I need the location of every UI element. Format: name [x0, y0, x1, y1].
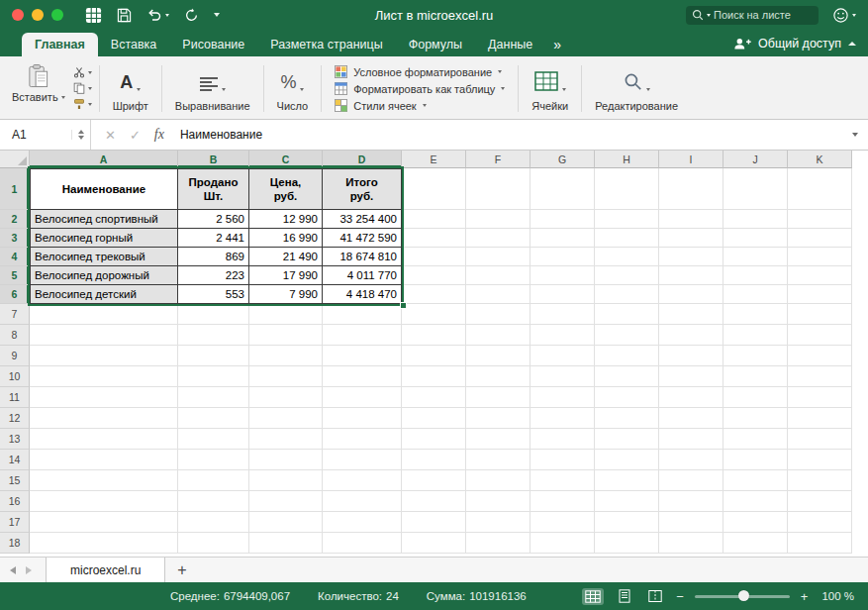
number-group-button[interactable]: % Число — [267, 60, 319, 117]
cell-D7[interactable] — [323, 304, 402, 325]
cell-I14[interactable] — [659, 450, 723, 470]
row-header-13[interactable]: 13 — [0, 429, 30, 450]
cell-D13[interactable] — [323, 429, 402, 450]
cell-E10[interactable] — [402, 366, 466, 387]
zoom-level[interactable]: 100 % — [821, 590, 854, 602]
cell-E13[interactable] — [402, 429, 466, 450]
cell-J3[interactable] — [723, 229, 788, 248]
cell-F5[interactable] — [466, 266, 530, 285]
add-sheet-button[interactable]: + — [165, 561, 198, 579]
cell-I4[interactable] — [659, 248, 723, 266]
cell-F10[interactable] — [466, 366, 530, 387]
font-group-button[interactable]: А Шрифт — [103, 60, 158, 117]
cell-I18[interactable] — [659, 533, 723, 554]
cell-G2[interactable] — [530, 210, 595, 229]
insert-function-button[interactable]: fx — [154, 127, 164, 143]
collapse-ribbon-chevron-icon[interactable] — [848, 42, 856, 46]
cell-J15[interactable] — [723, 470, 788, 491]
zoom-in-button[interactable]: + — [801, 590, 809, 603]
cell-C17[interactable] — [249, 512, 323, 533]
cell-G15[interactable] — [530, 470, 595, 491]
column-header-J[interactable]: J — [723, 151, 788, 168]
cell-K4[interactable] — [788, 248, 852, 266]
cell-F2[interactable] — [466, 210, 530, 229]
cell-E5[interactable] — [402, 266, 466, 285]
cell-C13[interactable] — [249, 429, 323, 450]
cell-K10[interactable] — [788, 366, 852, 387]
conditional-formatting-button[interactable]: Условное форматирование — [335, 65, 505, 78]
cell-A9[interactable] — [30, 346, 178, 366]
cell-G4[interactable] — [530, 248, 595, 266]
cell-D15[interactable] — [323, 470, 402, 491]
cell-I16[interactable] — [659, 491, 723, 512]
cell-E12[interactable] — [402, 408, 466, 429]
row-header-7[interactable]: 7 — [0, 304, 30, 325]
cell-K2[interactable] — [788, 210, 852, 229]
cell-A17[interactable] — [30, 512, 178, 533]
cell-B4[interactable]: 869 — [178, 248, 249, 266]
cell-H9[interactable] — [595, 346, 659, 366]
cell-C12[interactable] — [249, 408, 323, 429]
cell-B18[interactable] — [178, 533, 249, 554]
row-header-2[interactable]: 2 — [0, 210, 30, 229]
cell-J14[interactable] — [723, 450, 788, 470]
cell-A14[interactable] — [30, 450, 178, 470]
cell-B14[interactable] — [178, 450, 249, 470]
cell-B12[interactable] — [178, 408, 249, 429]
cell-G5[interactable] — [530, 266, 595, 285]
cell-B11[interactable] — [178, 387, 249, 408]
cell-I1[interactable] — [659, 168, 723, 210]
row-header-17[interactable]: 17 — [0, 512, 30, 533]
row-header-10[interactable]: 10 — [0, 366, 30, 387]
name-box-stepper[interactable] — [71, 130, 84, 140]
minimize-window-button[interactable] — [32, 9, 44, 21]
cell-I11[interactable] — [659, 387, 723, 408]
cell-K17[interactable] — [788, 512, 852, 533]
tab-draw[interactable]: Рисование — [169, 33, 257, 56]
cell-D3[interactable]: 41 472 590 — [323, 229, 402, 248]
cell-A10[interactable] — [30, 366, 178, 387]
cell-J7[interactable] — [723, 304, 788, 325]
cell-B8[interactable] — [178, 325, 249, 346]
cell-D11[interactable] — [323, 387, 402, 408]
cell-F7[interactable] — [466, 304, 530, 325]
tab-home[interactable]: Главная — [22, 33, 98, 56]
cell-G17[interactable] — [530, 512, 595, 533]
row-header-12[interactable]: 12 — [0, 408, 30, 429]
view-page-break-button[interactable] — [645, 587, 665, 605]
cell-H11[interactable] — [595, 387, 659, 408]
cell-C5[interactable]: 17 990 — [249, 266, 323, 285]
cell-G9[interactable] — [530, 346, 595, 366]
cell-K13[interactable] — [788, 429, 852, 450]
cell-G3[interactable] — [530, 229, 595, 248]
cell-D18[interactable] — [323, 533, 402, 554]
zoom-slider-thumb[interactable] — [738, 590, 749, 601]
cell-F14[interactable] — [466, 450, 530, 470]
cell-C15[interactable] — [249, 470, 323, 491]
cell-K11[interactable] — [788, 387, 852, 408]
cell-I2[interactable] — [659, 210, 723, 229]
cell-K6[interactable] — [788, 285, 852, 304]
cell-B1[interactable]: Продано Шт. — [178, 168, 249, 210]
cell-K12[interactable] — [788, 408, 852, 429]
row-header-8[interactable]: 8 — [0, 325, 30, 346]
cell-F17[interactable] — [466, 512, 530, 533]
zoom-slider[interactable] — [695, 595, 790, 598]
column-header-I[interactable]: I — [659, 151, 723, 168]
editing-group-button[interactable]: Редактирование — [585, 60, 688, 117]
cell-J16[interactable] — [723, 491, 788, 512]
save-button[interactable] — [117, 8, 132, 23]
cell-B9[interactable] — [178, 346, 249, 366]
cell-E15[interactable] — [402, 470, 466, 491]
cell-H6[interactable] — [595, 285, 659, 304]
cell-E7[interactable] — [402, 304, 466, 325]
cell-K1[interactable] — [788, 168, 852, 210]
confirm-entry-button[interactable]: ✓ — [130, 128, 141, 143]
cell-K5[interactable] — [788, 266, 852, 285]
cell-H2[interactable] — [595, 210, 659, 229]
feedback-smiley-button[interactable] — [832, 7, 856, 24]
cell-J4[interactable] — [723, 248, 788, 266]
cell-E1[interactable] — [402, 168, 466, 210]
tabs-overflow-button[interactable]: » — [545, 33, 569, 56]
cell-C2[interactable]: 12 990 — [249, 210, 323, 229]
